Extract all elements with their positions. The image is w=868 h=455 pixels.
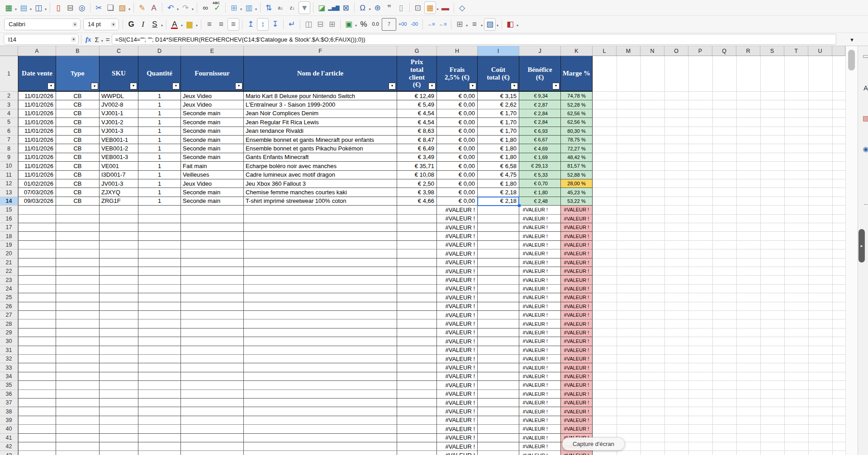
cell-C30[interactable] <box>100 337 138 346</box>
cell-C16[interactable] <box>100 215 138 223</box>
cell-C35[interactable] <box>100 381 138 390</box>
cell-G4[interactable]: € 4,54 <box>397 109 437 118</box>
cell-E28[interactable] <box>181 319 244 328</box>
sort-ascending-icon[interactable]: a↓ <box>275 2 286 14</box>
cell-F27[interactable] <box>244 311 397 320</box>
cell-A32[interactable] <box>18 355 56 363</box>
cell-D24[interactable] <box>138 285 181 293</box>
cell-A6[interactable]: 11/01/2026 <box>18 127 56 136</box>
cell-I40[interactable] <box>478 425 519 433</box>
cell-I37[interactable] <box>478 399 519 407</box>
conditional-formatting-icon-dropdown[interactable]: ▾ <box>517 23 518 28</box>
column-header-T[interactable]: T <box>784 46 808 56</box>
cell-F11[interactable]: Cadre lumineux avec motif dragon <box>244 171 397 179</box>
autofilter-button-B[interactable]: ▼ <box>91 83 98 89</box>
row-header-18[interactable]: 18 <box>0 232 18 240</box>
undo-icon-dropdown[interactable]: ▾ <box>177 7 179 11</box>
column-header-A[interactable]: A <box>18 46 56 56</box>
cell-F32[interactable] <box>244 355 397 363</box>
cell-A19[interactable] <box>18 241 56 250</box>
cell-I29[interactable] <box>478 328 519 337</box>
cell-G40[interactable] <box>397 425 437 433</box>
cell-H8[interactable]: € 0,00 <box>437 144 478 153</box>
table-header-F[interactable]: Nom de l'article▼ <box>244 56 397 92</box>
cell-E9[interactable]: Seconde main <box>181 153 244 162</box>
vertical-scrollbar-thumb[interactable] <box>848 50 855 70</box>
cell-G13[interactable]: € 3,98 <box>397 188 437 197</box>
cell-E12[interactable]: Jeux Video <box>181 179 244 188</box>
cell-F29[interactable] <box>244 328 397 337</box>
cell-A4[interactable]: 11/01/2026 <box>18 109 56 118</box>
cell-H31[interactable]: #VALEUR ! <box>437 346 478 355</box>
cell-B27[interactable] <box>56 311 100 320</box>
headers-footers-icon[interactable]: ▯ <box>396 2 407 14</box>
export-pdf-icon[interactable]: ▯ <box>53 2 64 14</box>
cell-C13[interactable]: ZJXYQ <box>100 188 138 197</box>
cell-H43[interactable]: #VALEUR ! <box>437 451 478 455</box>
redo-icon-dropdown[interactable]: ▾ <box>192 7 194 11</box>
cell-H17[interactable]: #VALEUR ! <box>437 223 478 232</box>
cell-B4[interactable]: CB <box>56 109 100 118</box>
merge-center-icon[interactable]: ◫ <box>303 19 314 30</box>
cell-E6[interactable]: Seconde main <box>181 127 244 136</box>
row-header-43[interactable]: 43 <box>0 451 18 455</box>
cell-H36[interactable]: #VALEUR ! <box>437 390 478 399</box>
cell-G18[interactable] <box>397 232 437 240</box>
cell-B23[interactable] <box>56 276 100 285</box>
cell-E16[interactable] <box>181 215 244 223</box>
cell-G25[interactable] <box>397 293 437 302</box>
cell-I23[interactable] <box>478 276 519 285</box>
undo-icon[interactable]: ↶ <box>165 2 176 14</box>
cell-A28[interactable] <box>18 319 56 328</box>
cell-A15[interactable] <box>18 206 56 215</box>
cell-A42[interactable] <box>18 442 56 451</box>
column-header-R[interactable]: R <box>736 46 760 56</box>
insert-image-icon[interactable]: ◪ <box>316 2 327 14</box>
cell-A9[interactable]: 11/01/2026 <box>18 153 56 162</box>
cell-K37[interactable]: #VALEUR ! <box>561 399 593 407</box>
print-icon[interactable]: ⊟ <box>65 2 76 14</box>
cell-I36[interactable] <box>478 390 519 399</box>
cell-K20[interactable]: #VALEUR ! <box>561 249 593 258</box>
cell-K7[interactable]: 78,75 % <box>561 136 593 144</box>
cell-B24[interactable] <box>56 285 100 293</box>
cell-D21[interactable] <box>138 258 181 267</box>
cell-J31[interactable]: #VALEUR ! <box>519 346 561 355</box>
cell-A33[interactable] <box>18 363 56 372</box>
cell-J7[interactable]: € 6,67 <box>519 136 561 144</box>
cell-E43[interactable] <box>181 451 244 455</box>
cell-J28[interactable]: #VALEUR ! <box>519 319 561 328</box>
underline-icon[interactable]: S <box>149 19 160 30</box>
cell-A30[interactable] <box>18 337 56 346</box>
cell-B9[interactable]: CB <box>56 153 100 162</box>
cell-D2[interactable]: 1 <box>138 92 181 100</box>
cell-E3[interactable]: Jeux Video <box>181 100 244 109</box>
cell-J22[interactable]: #VALEUR ! <box>519 267 561 276</box>
cell-D38[interactable] <box>138 407 181 416</box>
cell-E32[interactable] <box>181 355 244 363</box>
cell-E4[interactable]: Seconde main <box>181 109 244 118</box>
cell-G26[interactable] <box>397 302 437 311</box>
cell-F5[interactable]: Jean Regular Fit Rica Lewis <box>244 118 397 127</box>
cell-H12[interactable]: € 0,00 <box>437 179 478 188</box>
row-header-31[interactable]: 31 <box>0 346 18 355</box>
cell-F36[interactable] <box>244 390 397 399</box>
cell-J17[interactable]: #VALEUR ! <box>519 223 561 232</box>
font-size-combo-dropdown-icon[interactable]: ▾ <box>111 22 116 27</box>
cell-E38[interactable] <box>181 407 244 416</box>
cell-F13[interactable]: Chemise femme manches courtes kaki <box>244 188 397 197</box>
cell-K40[interactable]: #VALEUR ! <box>561 425 593 433</box>
cell-H32[interactable]: #VALEUR ! <box>437 355 478 363</box>
row-header-13[interactable]: 13 <box>0 188 18 197</box>
cell-I38[interactable] <box>478 407 519 416</box>
autofilter-icon[interactable]: ▼ <box>299 1 310 14</box>
sidebar-styles-icon[interactable]: A <box>860 82 868 93</box>
cell-G37[interactable] <box>397 399 437 407</box>
cell-J13[interactable]: € 1,80 <box>519 188 561 197</box>
cell-I9[interactable]: € 1,80 <box>478 153 519 162</box>
cell-I35[interactable] <box>478 381 519 390</box>
cell-B18[interactable] <box>56 232 100 240</box>
cell-G6[interactable]: € 8,63 <box>397 127 437 136</box>
row-header-37[interactable]: 37 <box>0 399 18 407</box>
cell-J41[interactable]: #VALEUR ! <box>519 434 561 442</box>
